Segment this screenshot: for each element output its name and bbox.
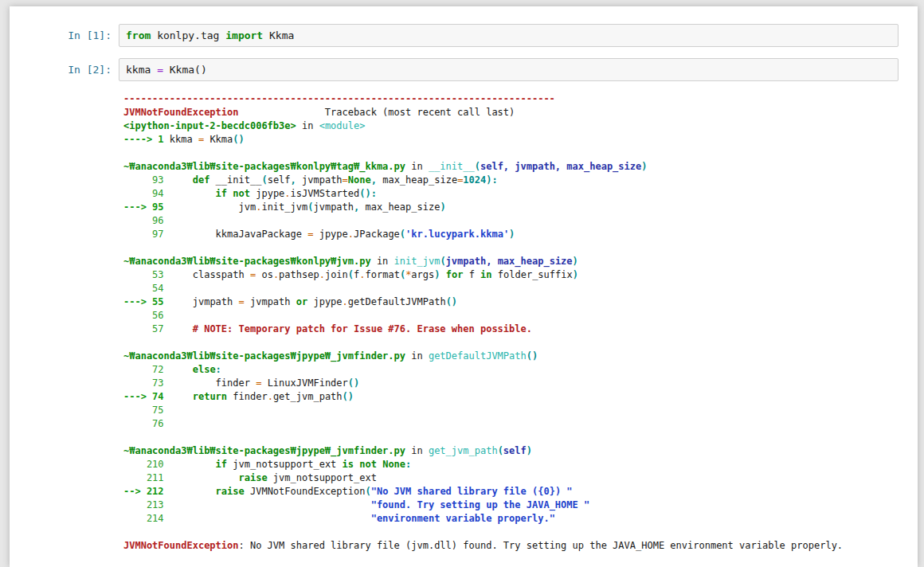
traceback-line: ---> 74 return finder.get_jvm_path()	[123, 390, 911, 404]
traceback-line: ~₩anaconda3₩lib₩site-packages₩jpype₩_jvm…	[123, 350, 911, 363]
code-token: --> 212	[123, 486, 164, 497]
code-token: in	[296, 120, 319, 131]
code-token: JVMNotFoundException	[123, 107, 239, 118]
code-token: jpype	[307, 296, 342, 307]
code-token: kkmaJavaPackage	[216, 229, 308, 240]
code-token: 1024	[463, 174, 486, 186]
traceback-line	[123, 431, 911, 444]
code-token: ---> 55	[123, 296, 164, 307]
code-token: is	[343, 459, 354, 470]
code-token: Kkma	[263, 29, 294, 41]
code-token: ,	[371, 174, 377, 186]
code-token: 96	[123, 215, 164, 226]
code-token: if	[216, 459, 227, 470]
code-token: in	[405, 161, 429, 172]
traceback-line: 211 raise jvm_notsupport_ext	[123, 471, 911, 485]
code-token: folder_suffix	[492, 269, 573, 280]
code-token: (	[365, 486, 370, 497]
traceback-line: ----> 1 kkma = Kkma()	[123, 133, 911, 147]
code-token	[164, 513, 371, 524]
code-token: jpype	[250, 188, 284, 199]
code-token: format	[366, 269, 400, 280]
input-prompt-2: In [2]:	[10, 58, 119, 76]
code-token	[164, 486, 216, 497]
code-token: =	[343, 174, 348, 186]
code-token: in	[405, 350, 429, 362]
code-token: finder	[216, 377, 256, 389]
code-token	[164, 364, 193, 375]
traceback-line: 93 def __init__(self, jvmpath=None, max_…	[123, 174, 911, 187]
traceback-line: 57 # NOTE: Temporary patch for Issue #76…	[123, 323, 911, 336]
code-token: ):	[486, 174, 497, 186]
traceback-line: 94 if not jpype.isJVMStarted():	[123, 187, 911, 201]
code-token: init_jvm	[394, 256, 440, 267]
code-token: ~₩anaconda3₩lib₩site-packages₩konlpy₩tag…	[123, 161, 405, 172]
code-token	[164, 459, 216, 470]
code-token: kkma	[126, 64, 157, 76]
traceback-line: --> 212 raise JVMNotFoundException("No J…	[123, 485, 911, 499]
code-input-1[interactable]: from konlpy.tag import Kkma	[119, 24, 899, 47]
code-token: 56	[123, 310, 164, 321]
code-token: jvmpath, max_heap_size	[446, 256, 573, 267]
code-token: else	[193, 364, 216, 375]
code-token: Kkma()	[163, 64, 207, 76]
code-token: =	[239, 296, 245, 307]
code-token	[440, 269, 446, 280]
code-token: getDefaultJVMPath	[348, 296, 446, 307]
code-token	[164, 188, 216, 199]
code-token: :	[216, 364, 221, 375]
code-token	[164, 472, 239, 483]
traceback-line: 54	[123, 282, 911, 295]
code-token: getDefaultJVMPath	[429, 350, 527, 362]
code-token: ()	[527, 350, 538, 362]
code-token: 93	[123, 174, 164, 186]
code-token: from	[126, 29, 151, 41]
code-token	[164, 499, 371, 510]
code-token: None	[382, 459, 405, 470]
code-token: jvmpath	[245, 296, 296, 307]
code-token: not	[233, 188, 250, 199]
code-token: isJVMStarted	[291, 188, 360, 199]
code-token: ----------------------------------------…	[123, 93, 555, 104]
traceback-line: JVMNotFoundException Traceback (most rec…	[123, 106, 911, 119]
code-token: raise	[239, 472, 268, 483]
code-token: "environment variable properly."	[371, 513, 555, 524]
code-token: (	[400, 229, 405, 240]
code-token: (	[475, 161, 480, 172]
traceback-line: 210 if jvm_notsupport_ext is not None:	[123, 458, 911, 471]
code-token: jvm_notsupport_ext	[268, 472, 377, 483]
traceback-line: ---> 95 jvm.init_jvm(jvmpath, max_heap_s…	[123, 201, 911, 214]
code-input-2[interactable]: kkma = Kkma()	[119, 58, 899, 81]
traceback-line	[123, 147, 911, 160]
code-token: jvmpath	[296, 174, 343, 186]
code-token: 210	[123, 459, 164, 470]
traceback-line: 56	[123, 309, 911, 323]
code-token: 97	[123, 229, 164, 240]
code-token: Kkma	[204, 134, 233, 145]
code-token: raise	[216, 486, 245, 497]
code-token	[164, 391, 193, 402]
code-token: os	[256, 269, 273, 280]
code-token: return	[193, 391, 227, 402]
code-token: JVMNotFoundException	[245, 486, 366, 497]
traceback-line: ----------------------------------------…	[123, 92, 911, 106]
code-token: 72	[123, 364, 164, 375]
code-token: konlpy.tag	[151, 29, 225, 41]
code-token: get_jvm_path	[273, 391, 343, 402]
code-token: in	[480, 269, 491, 280]
code-token: self, jvmpath, max_heap_size	[480, 161, 641, 172]
code-token: ~₩anaconda3₩lib₩site-packages₩jpype₩_jvm…	[123, 445, 405, 456]
code-token: init_jvm	[261, 201, 307, 213]
code-token: JPackage	[354, 229, 400, 240]
traceback-line: 213 "found. Try setting up the JAVA_HOME…	[123, 499, 911, 512]
traceback-line: ~₩anaconda3₩lib₩site-packages₩konlpy₩jvm…	[123, 255, 911, 268]
traceback-line: 97 kkmaJavaPackage = jpype.JPackage('kr.…	[123, 228, 911, 241]
code-token: (	[261, 174, 267, 186]
notebook-panel: In [1]: from konlpy.tag import Kkma In […	[10, 6, 918, 567]
code-token: )	[434, 269, 440, 280]
code-token: : No JVM shared library file (jvm.dll) f…	[239, 540, 844, 551]
code-token	[164, 296, 193, 307]
traceback-line: 72 else:	[123, 363, 911, 377]
code-token	[164, 174, 193, 186]
error-traceback-output: ----------------------------------------…	[123, 92, 911, 553]
